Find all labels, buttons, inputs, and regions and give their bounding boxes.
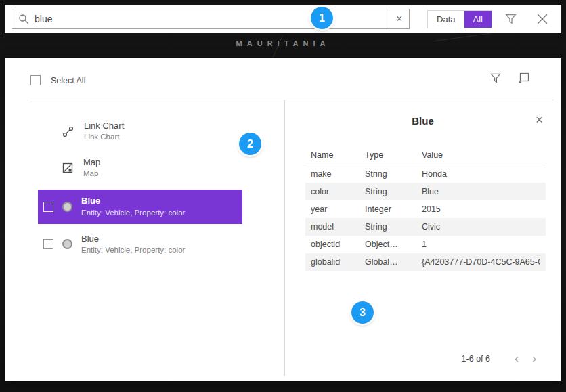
cell-type: String bbox=[365, 169, 422, 179]
table-row: make String Honda bbox=[305, 165, 546, 183]
annotation-badge-1: 1 bbox=[311, 7, 333, 29]
close-detail-button[interactable]: × bbox=[536, 112, 543, 127]
filter-icon bbox=[505, 14, 517, 24]
result-subtitle: Entity: Vehicle, Property: color bbox=[81, 208, 185, 218]
pagination: 1-6 of 6 ‹ › bbox=[462, 350, 543, 368]
result-item-blue-selected[interactable]: Blue Entity: Vehicle, Property: color bbox=[38, 190, 242, 223]
cell-type: String bbox=[365, 187, 422, 196]
entity-icon bbox=[62, 202, 72, 212]
table-row: color String Blue bbox=[305, 183, 546, 200]
search-icon bbox=[18, 14, 29, 24]
map-country-label: MAURITANIA bbox=[0, 39, 566, 47]
add-to-link-chart-button[interactable] bbox=[517, 72, 529, 84]
cell-name: globalid bbox=[311, 257, 365, 267]
cell-value: Honda bbox=[422, 169, 540, 179]
cell-type: Integer bbox=[365, 204, 422, 214]
search-bar: × Data All bbox=[5, 5, 561, 33]
column-header: Type bbox=[365, 150, 422, 160]
result-text: Blue Entity: Vehicle, Property: color bbox=[81, 234, 185, 255]
select-all-control[interactable]: Select All bbox=[30, 75, 85, 85]
result-subtitle: Link Chart bbox=[84, 132, 124, 142]
cell-value: Blue bbox=[422, 187, 540, 196]
table-header-row: Name Type Value bbox=[305, 145, 546, 165]
table-row: model String Civic bbox=[305, 218, 546, 236]
cell-value: {A4203777-D70D-4C5C-9A65-C… bbox=[422, 257, 540, 267]
add-to-chart-icon bbox=[517, 72, 529, 84]
result-title: Link Chart bbox=[84, 121, 124, 131]
prev-page-button[interactable]: ‹ bbox=[508, 350, 525, 368]
result-item-map[interactable]: Map Map bbox=[5, 150, 283, 186]
panel-header-icons bbox=[490, 72, 529, 84]
result-subtitle: Map bbox=[83, 169, 100, 179]
results-filter-button[interactable] bbox=[490, 72, 501, 84]
cell-name: year bbox=[311, 204, 365, 214]
cell-type: String bbox=[365, 222, 422, 232]
clear-search-button[interactable]: × bbox=[389, 9, 410, 29]
close-search-button[interactable] bbox=[530, 7, 554, 31]
cell-value: 1 bbox=[422, 240, 540, 249]
select-all-checkbox[interactable] bbox=[30, 75, 41, 85]
detail-panel: Blue × Name Type Value make String Honda… bbox=[285, 100, 561, 381]
entity-icon bbox=[62, 239, 72, 249]
result-title: Blue bbox=[81, 196, 185, 206]
result-title: Map bbox=[83, 157, 100, 168]
filter-icon bbox=[490, 73, 501, 83]
table-row: objectid Object… 1 bbox=[305, 236, 546, 253]
column-header: Name bbox=[311, 150, 365, 160]
cell-type: Object… bbox=[365, 240, 422, 249]
cell-value: 2015 bbox=[422, 204, 540, 214]
search-results-panel: Select All Link Chart bbox=[5, 58, 561, 381]
cell-name: objectid bbox=[311, 240, 365, 249]
next-page-button[interactable]: › bbox=[525, 350, 543, 368]
annotation-badge-3: 3 bbox=[351, 301, 374, 324]
result-text: Blue Entity: Vehicle, Property: color bbox=[81, 196, 185, 217]
search-filter-button[interactable] bbox=[499, 7, 522, 30]
select-all-label: Select All bbox=[51, 76, 85, 85]
result-title: Blue bbox=[81, 234, 185, 244]
annotation-badge-2: 2 bbox=[239, 133, 261, 155]
detail-title: Blue bbox=[285, 115, 561, 127]
result-text: Map Map bbox=[83, 157, 100, 179]
cell-type: Global… bbox=[365, 257, 422, 267]
column-header: Value bbox=[422, 150, 540, 160]
result-subtitle: Entity: Vehicle, Property: color bbox=[81, 245, 185, 255]
attribute-table: Name Type Value make String Honda color … bbox=[305, 145, 546, 271]
cell-name: model bbox=[311, 222, 365, 232]
result-text: Link Chart Link Chart bbox=[84, 121, 124, 142]
table-row: globalid Global… {A4203777-D70D-4C5C-9A6… bbox=[305, 253, 546, 271]
page-range-label: 1-6 of 6 bbox=[462, 354, 490, 364]
cell-name: make bbox=[311, 169, 365, 179]
map-icon bbox=[62, 162, 73, 173]
cell-value: Civic bbox=[422, 222, 540, 232]
result-checkbox[interactable] bbox=[43, 239, 53, 249]
cell-name: color bbox=[311, 187, 365, 196]
table-body: make String Honda color String Blue year… bbox=[305, 165, 546, 271]
result-checkbox[interactable] bbox=[43, 202, 53, 212]
result-item-blue[interactable]: Blue Entity: Vehicle, Property: color bbox=[38, 227, 242, 261]
link-chart-icon bbox=[62, 126, 74, 137]
screen: MAURITANIA × Data All Select bbox=[0, 0, 566, 392]
close-icon bbox=[536, 12, 549, 26]
scope-data-button[interactable]: Data bbox=[428, 11, 464, 28]
search-scope-toggle: Data All bbox=[427, 10, 492, 28]
scope-all-button[interactable]: All bbox=[464, 11, 492, 28]
table-row: year Integer 2015 bbox=[305, 200, 546, 218]
